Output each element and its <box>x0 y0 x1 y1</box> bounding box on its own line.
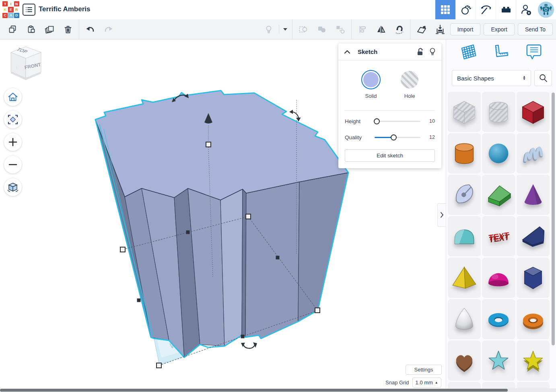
quality-slider[interactable] <box>375 137 420 138</box>
scale-handle-right[interactable] <box>315 308 320 313</box>
collapse-chevron-icon[interactable] <box>344 50 350 54</box>
fit-view-button[interactable] <box>4 111 22 128</box>
quality-slider-knob[interactable] <box>391 134 397 140</box>
design-title[interactable]: Terrific Amberis <box>39 5 91 13</box>
design-menu-button[interactable] <box>23 4 35 16</box>
shape-search-button[interactable] <box>534 70 552 86</box>
hole-option[interactable]: Hole <box>401 70 418 99</box>
unlock-icon[interactable] <box>416 48 424 56</box>
paste-button[interactable] <box>22 21 40 38</box>
delete-button[interactable] <box>59 21 77 38</box>
scale-handle-top[interactable] <box>206 142 211 147</box>
panel-expand-handle[interactable] <box>437 203 446 227</box>
edge-handle-4[interactable] <box>137 299 141 302</box>
solid-option[interactable]: Solid <box>361 70 381 99</box>
shape-tile-half-sphere[interactable] <box>482 258 515 298</box>
align-button[interactable] <box>353 21 372 38</box>
height-slider-knob[interactable] <box>374 118 380 124</box>
undo-button[interactable] <box>81 21 99 38</box>
home-view-button[interactable] <box>4 88 22 106</box>
height-slider[interactable] <box>375 121 420 122</box>
export-button[interactable]: Export <box>484 23 514 35</box>
tinkercad-logo[interactable]: TINKERCAD <box>2 1 19 18</box>
edge-handle-3[interactable] <box>241 335 245 338</box>
sketch-solid-shape[interactable] <box>95 91 348 357</box>
shape-tile-cone[interactable] <box>517 175 550 215</box>
redo-button[interactable] <box>99 21 118 38</box>
caret-down-icon <box>282 27 288 31</box>
visibility-bulb-icon[interactable] <box>429 47 436 56</box>
import-button[interactable]: Import <box>450 23 481 35</box>
perspective-toggle-button[interactable] <box>4 178 22 196</box>
shape-tile-torus[interactable] <box>482 299 515 339</box>
duplicate-button[interactable] <box>40 21 59 38</box>
shape-tile-round-roof[interactable] <box>448 216 481 256</box>
shape-tile-wedge[interactable] <box>517 216 550 256</box>
snap-grid-dropdown[interactable]: 1.0 mm ▲ <box>412 378 441 388</box>
nav-invite-button[interactable] <box>516 0 536 19</box>
minus-icon <box>8 160 18 169</box>
mirror-button[interactable] <box>372 21 390 38</box>
lightbulb-icon <box>264 25 274 34</box>
shape-tile-star[interactable] <box>482 340 515 381</box>
view-cube[interactable]: TOP FRONT ... <box>7 44 44 86</box>
workplane-helper-button[interactable] <box>458 42 479 62</box>
snap-grid-label: Snap Grid <box>385 380 409 386</box>
scale-handle-front[interactable] <box>246 214 251 219</box>
shape-tile-roof[interactable] <box>482 175 515 215</box>
shape-tile-thick-star[interactable] <box>517 340 550 381</box>
rotate-handle-bottom[interactable] <box>241 342 257 349</box>
snap-grid-control: Snap Grid 1.0 mm ▲ <box>385 378 441 388</box>
nav-minecraft-button[interactable] <box>476 0 496 19</box>
shapes-scrollbar[interactable] <box>552 93 555 345</box>
shape-tile-text[interactable]: TEXTTEXT <box>482 216 515 256</box>
show-hide-dropdown[interactable] <box>280 21 290 38</box>
edge-handle-2[interactable] <box>276 256 280 260</box>
nav-simlab-button[interactable] <box>455 0 476 19</box>
zoom-out-button[interactable] <box>4 156 22 173</box>
ungroup-all-button[interactable] <box>331 21 350 38</box>
settings-button[interactable]: Settings <box>406 365 442 375</box>
horizontal-scrollbar-handle[interactable] <box>0 389 508 392</box>
shape-tile-heart[interactable] <box>448 340 481 381</box>
shape-tile-box[interactable] <box>517 92 550 132</box>
shape-tile-cylinder[interactable] <box>448 133 481 173</box>
shape-category-dropdown[interactable]: Basic Shapes ▲▼ <box>452 70 531 86</box>
undo-icon <box>85 25 95 34</box>
shape-tile-tube[interactable] <box>517 299 550 339</box>
shape-tile-polygon[interactable] <box>517 258 550 298</box>
nav-3d-view-button[interactable] <box>435 0 455 19</box>
edge-handle-1[interactable] <box>186 231 190 234</box>
group-button[interactable] <box>294 21 313 38</box>
edit-sketch-button[interactable]: Edit sketch <box>345 149 435 162</box>
ungroup-button[interactable] <box>313 21 331 38</box>
shape-tile-paraboloid[interactable] <box>448 299 481 339</box>
ruler-tool-button[interactable] <box>431 21 449 38</box>
scale-handle-bottom[interactable] <box>157 363 161 368</box>
workplane-tool-icon <box>416 24 427 35</box>
sketch-inspector-panel: Sketch <box>338 43 441 168</box>
copy-button[interactable] <box>3 21 22 38</box>
zoom-in-button[interactable] <box>4 133 22 151</box>
shape-tile-pyramid[interactable] <box>448 258 481 298</box>
edit-toolbar: Import Export Send To <box>0 19 556 39</box>
notes-helper-button[interactable] <box>523 42 544 62</box>
send-to-button[interactable]: Send To <box>518 23 553 35</box>
show-hide-button[interactable] <box>259 21 278 38</box>
shape-tile-hole-box[interactable] <box>448 92 481 132</box>
logo-cell: N <box>14 1 19 6</box>
ruler-helper-button[interactable] <box>490 42 511 62</box>
snap-magnet-button[interactable] <box>390 21 409 38</box>
shape-tile-hole-cylinder[interactable] <box>482 92 515 132</box>
nav-bricks-button[interactable] <box>496 0 516 19</box>
scale-handle-left[interactable] <box>120 247 125 252</box>
shape-tile-scribble[interactable] <box>517 133 550 173</box>
shape-tile-sketch[interactable] <box>448 175 481 215</box>
horizontal-scrollbar[interactable] <box>0 388 556 392</box>
shape-tile-sphere[interactable] <box>482 133 515 173</box>
account-avatar[interactable] <box>536 0 556 19</box>
workplane-tool-button[interactable] <box>412 21 431 38</box>
toolbar-separator <box>351 19 352 39</box>
3d-canvas[interactable]: Wo <box>0 39 446 388</box>
copy-icon <box>8 25 17 34</box>
